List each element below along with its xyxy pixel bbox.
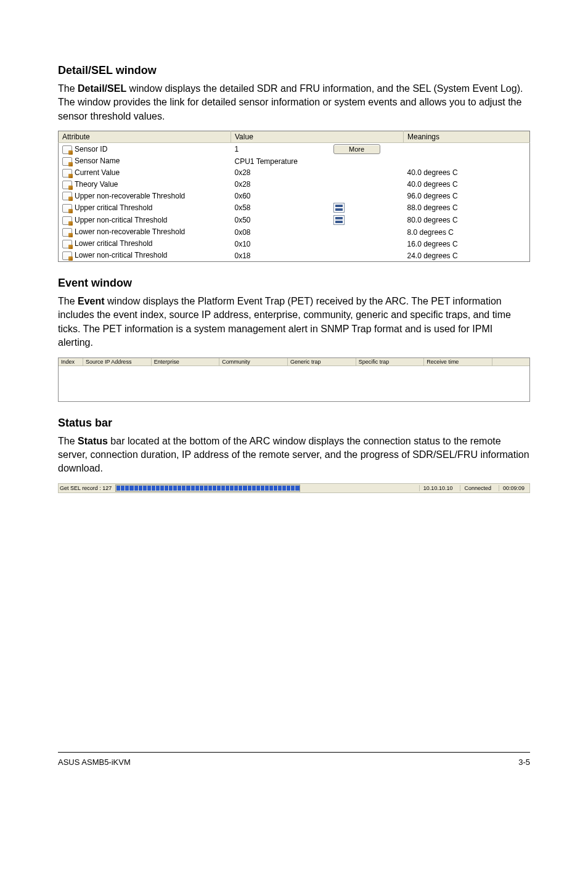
status-record-label: Get SEL record : 127: [60, 485, 112, 491]
document-icon: [62, 192, 72, 200]
table-row[interactable]: Sensor NameCPU1 Temperature: [59, 155, 530, 167]
detail-sel-heading: Detail/SEL window: [58, 64, 530, 77]
sel-header-meanings[interactable]: Meanings: [404, 131, 530, 143]
meaning-cell: [404, 143, 530, 156]
document-icon: [62, 216, 72, 225]
document-icon: [62, 145, 72, 154]
table-row[interactable]: Upper critical Threshold0x5888.0 degrees…: [59, 202, 530, 214]
document-icon: [62, 157, 72, 166]
threshold-stepper[interactable]: [333, 203, 345, 213]
event-col-enterprise[interactable]: Enterprise: [152, 358, 220, 366]
event-heading: Event window: [58, 277, 530, 290]
meaning-cell: 80.0 degrees C: [404, 214, 530, 226]
attribute-label: Sensor Name: [75, 157, 120, 165]
value-cell: 0x18: [231, 250, 330, 261]
value-cell: CPU1 Temperature: [231, 155, 330, 167]
detail-sel-description: The Detail/SEL window displays the detai…: [58, 82, 530, 123]
table-row[interactable]: Theory Value0x2840.0 degrees C: [59, 179, 530, 190]
meaning-cell: 16.0 degrees C: [404, 238, 530, 250]
meaning-cell: [404, 155, 530, 167]
status-heading: Status bar: [58, 417, 530, 430]
attribute-label: Lower non-recoverable Threshold: [75, 227, 185, 236]
event-col-index[interactable]: Index: [59, 358, 83, 366]
document-icon: [62, 169, 72, 178]
status-description: The Status bar located at the bottom of …: [58, 435, 530, 476]
attribute-label: Lower non-critical Threshold: [75, 251, 168, 259]
meaning-cell: 8.0 degrees C: [404, 226, 530, 238]
event-col-community[interactable]: Community: [219, 358, 288, 366]
more-button[interactable]: More: [333, 144, 380, 154]
value-cell: 0x28: [231, 179, 330, 190]
table-row[interactable]: Lower critical Threshold0x1016.0 degrees…: [59, 238, 530, 250]
document-icon: [62, 251, 72, 260]
threshold-stepper[interactable]: [333, 215, 345, 225]
event-col-source-ip[interactable]: Source IP Address: [83, 358, 152, 366]
value-cell: 0x08: [231, 226, 330, 238]
table-row[interactable]: Lower non-recoverable Threshold0x088.0 d…: [59, 226, 530, 238]
value-cell: 0x58: [231, 202, 330, 214]
attribute-label: Upper critical Threshold: [75, 203, 153, 212]
value-cell: 0x60: [231, 190, 330, 202]
event-table-header: Index Source IP Address Enterprise Commu…: [59, 358, 529, 366]
footer-page-number: 3-5: [518, 758, 530, 767]
sel-header-attribute[interactable]: Attribute: [59, 131, 231, 143]
attribute-label: Lower critical Threshold: [75, 239, 153, 248]
status-duration: 00:09:09: [499, 485, 528, 491]
document-icon: [62, 181, 72, 189]
event-col-generic-trap[interactable]: Generic trap: [288, 358, 356, 366]
event-description: The Event window displays the Platform E…: [58, 295, 530, 350]
event-col-specific-trap[interactable]: Specific trap: [356, 358, 425, 366]
table-row[interactable]: Sensor ID1More: [59, 143, 530, 156]
status-ip: 10.10.10.10: [419, 485, 457, 491]
document-icon: [62, 228, 72, 237]
meaning-cell: 40.0 degrees C: [404, 179, 530, 190]
event-col-receive-time[interactable]: Receive time: [424, 358, 492, 366]
meaning-cell: 88.0 degrees C: [404, 202, 530, 214]
meaning-cell: 96.0 degrees C: [404, 190, 530, 202]
event-col-blank[interactable]: [492, 358, 529, 366]
document-icon: [62, 240, 72, 248]
table-row[interactable]: Lower non-critical Threshold0x1824.0 deg…: [59, 250, 530, 261]
status-bar: Get SEL record : 127 10.10.10.10 Connect…: [58, 483, 530, 493]
document-icon: [62, 204, 72, 213]
status-progress-bar: [115, 484, 300, 492]
attribute-label: Theory Value: [75, 180, 118, 189]
value-cell: 0x28: [231, 167, 330, 179]
table-row[interactable]: Current Value0x2840.0 degrees C: [59, 167, 530, 179]
value-cell: 1: [231, 143, 330, 156]
sel-header-value[interactable]: Value: [231, 131, 404, 143]
value-cell: 0x50: [231, 214, 330, 226]
meaning-cell: 24.0 degrees C: [404, 250, 530, 261]
value-cell: 0x10: [231, 238, 330, 250]
attribute-label: Current Value: [75, 168, 120, 177]
attribute-label: Upper non-critical Threshold: [75, 216, 168, 224]
sel-table: Attribute Value Meanings Sensor ID1MoreS…: [58, 131, 530, 262]
footer-product: ASUS ASMB5-iKVM: [58, 758, 131, 767]
meaning-cell: 40.0 degrees C: [404, 167, 530, 179]
event-table: Index Source IP Address Enterprise Commu…: [58, 357, 530, 402]
table-row[interactable]: Upper non-critical Threshold0x5080.0 deg…: [59, 214, 530, 226]
status-connection: Connected: [460, 485, 495, 491]
attribute-label: Sensor ID: [75, 145, 107, 153]
table-row[interactable]: Upper non-recoverable Threshold0x6096.0 …: [59, 190, 530, 202]
page-footer: ASUS ASMB5-iKVM 3-5: [58, 752, 530, 791]
attribute-label: Upper non-recoverable Threshold: [75, 192, 185, 200]
